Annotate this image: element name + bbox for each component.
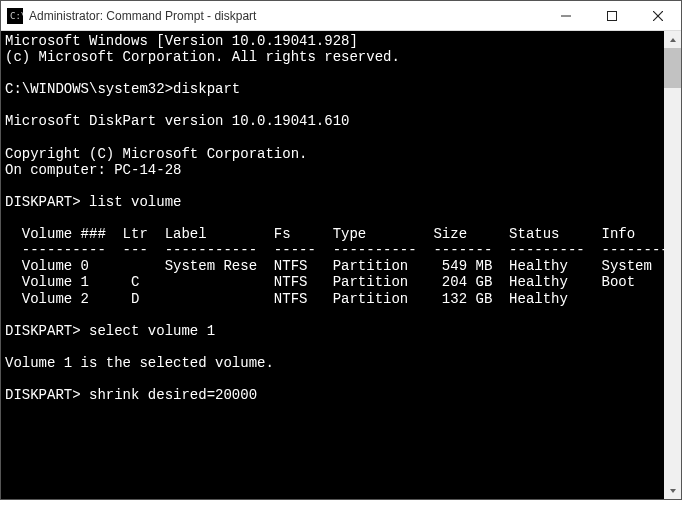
- line-diskpart-version: Microsoft DiskPart version 10.0.19041.61…: [5, 113, 349, 129]
- cmd-select-volume: select volume 1: [89, 323, 215, 339]
- terminal-output[interactable]: Microsoft Windows [Version 10.0.19041.92…: [1, 31, 664, 499]
- window-controls: [543, 1, 681, 31]
- table-row: Volume 1 C NTFS Partition 204 GB Healthy…: [5, 274, 635, 290]
- table-row: Volume 0 System Rese NTFS Partition 549 …: [5, 258, 652, 274]
- table-header: Volume ### Ltr Label Fs Type Size Status…: [5, 226, 635, 242]
- line-winver: Microsoft Windows [Version 10.0.19041.92…: [5, 33, 358, 49]
- scroll-thumb[interactable]: [664, 48, 681, 88]
- table-divider: ---------- --- ----------- ----- -------…: [5, 242, 664, 258]
- minimize-button[interactable]: [543, 1, 589, 31]
- svg-rect-3: [608, 11, 617, 20]
- svg-line-4: [653, 11, 663, 21]
- line-on-computer: On computer: PC-14-28: [5, 162, 181, 178]
- svg-marker-7: [670, 489, 676, 493]
- prompt-diskpart: DISKPART>: [5, 387, 89, 403]
- window-frame: C:\ Administrator: Command Prompt - disk…: [0, 0, 682, 500]
- scroll-down-button[interactable]: [664, 482, 681, 499]
- vertical-scrollbar[interactable]: [664, 31, 681, 499]
- window-title: Administrator: Command Prompt - diskpart: [29, 9, 543, 23]
- cmd-diskpart: diskpart: [173, 81, 240, 97]
- scroll-track[interactable]: [664, 48, 681, 482]
- titlebar[interactable]: C:\ Administrator: Command Prompt - disk…: [1, 1, 681, 31]
- svg-text:C:\: C:\: [10, 11, 23, 21]
- line-copyright: (c) Microsoft Corporation. All rights re…: [5, 49, 400, 65]
- close-button[interactable]: [635, 1, 681, 31]
- terminal-area: Microsoft Windows [Version 10.0.19041.92…: [1, 31, 681, 499]
- prompt-path: C:\WINDOWS\system32>: [5, 81, 173, 97]
- table-row: Volume 2 D NTFS Partition 132 GB Healthy: [5, 291, 568, 307]
- line-selected-volume: Volume 1 is the selected volume.: [5, 355, 274, 371]
- scroll-up-button[interactable]: [664, 31, 681, 48]
- prompt-diskpart: DISKPART>: [5, 194, 89, 210]
- svg-line-5: [653, 11, 663, 21]
- cmd-shrink: shrink desired=20000: [89, 387, 257, 403]
- prompt-diskpart: DISKPART>: [5, 323, 89, 339]
- svg-marker-6: [670, 38, 676, 42]
- maximize-button[interactable]: [589, 1, 635, 31]
- cmd-icon: C:\: [7, 8, 23, 24]
- line-copyright-ms: Copyright (C) Microsoft Corporation.: [5, 146, 307, 162]
- cmd-list-volume: list volume: [89, 194, 181, 210]
